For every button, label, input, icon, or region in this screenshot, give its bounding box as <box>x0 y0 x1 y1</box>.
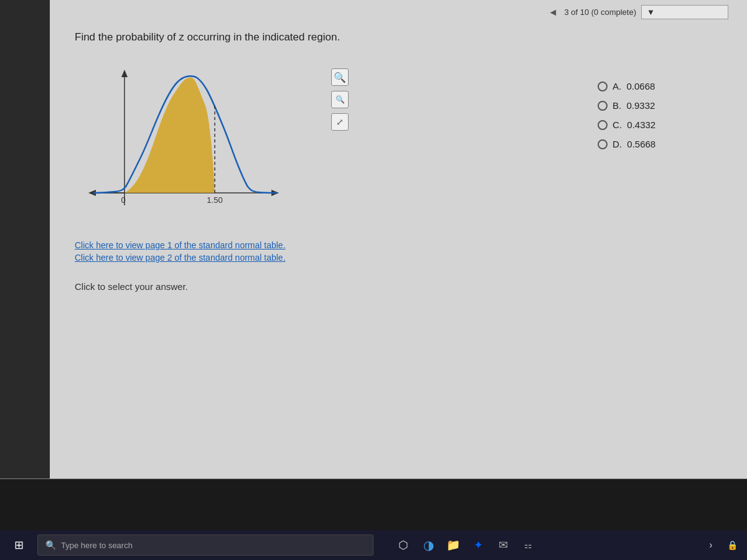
email-icon: ✉ <box>499 538 508 552</box>
table-link-page1[interactable]: Click here to view page 1 of the standar… <box>75 240 585 250</box>
dropdown-label: ▼ <box>647 7 655 17</box>
radio-a[interactable] <box>598 82 608 91</box>
radio-b[interactable] <box>598 101 608 111</box>
x-label-zero: 0 <box>121 195 125 205</box>
table-link-page2[interactable]: Click here to view page 2 of the standar… <box>75 253 585 263</box>
separator <box>0 478 747 479</box>
expand-button[interactable]: ⤢ <box>331 113 349 131</box>
main-content: ◄ 3 of 10 (0 complete) ▼ Find the probab… <box>50 0 747 479</box>
option-b[interactable]: B. 0.9332 <box>598 100 710 111</box>
edge-icon: ◑ <box>423 538 434 553</box>
email-button[interactable]: ✉ <box>492 534 514 556</box>
options-section: A. 0.0668 B. 0.9332 C. 0.4332 D. 0.5668 <box>598 56 722 292</box>
tray-lock[interactable]: 🔒 <box>723 536 741 554</box>
edge-button[interactable]: ◑ <box>417 534 439 556</box>
start-icon: ⊞ <box>14 538 24 552</box>
content-wrapper: 0 1.50 🔍 🔍 ⤢ <box>75 56 722 292</box>
search-icon: 🔍 <box>45 540 56 550</box>
start-button[interactable]: ⊞ <box>6 533 31 558</box>
file-explorer-icon: 📁 <box>446 538 460 552</box>
zoom-out-icon: 🔍 <box>336 95 345 104</box>
question-area: Find the probability of z occurring in t… <box>68 31 728 292</box>
option-b-label: B. 0.9332 <box>613 100 655 111</box>
app-grid-icon: ⚏ <box>524 540 532 550</box>
progress-status: 3 of 10 (0 complete) <box>564 7 636 17</box>
nav-dropdown[interactable]: ▼ <box>641 5 728 19</box>
option-d-label: D. 0.5668 <box>613 139 655 149</box>
tray-chevron[interactable]: › <box>702 536 720 554</box>
top-navigation: ◄ 3 of 10 (0 complete) ▼ <box>547 5 728 19</box>
dropbox-button[interactable]: ✦ <box>467 534 489 556</box>
graph-container: 0 1.50 🔍 🔍 ⤢ <box>75 56 311 230</box>
zoom-controls: 🔍 🔍 ⤢ <box>331 68 349 131</box>
expand-icon: ⤢ <box>336 117 344 127</box>
zoom-out-button[interactable]: 🔍 <box>331 91 349 108</box>
task-view-button[interactable]: ⬡ <box>392 534 415 556</box>
option-a[interactable]: A. 0.0668 <box>598 81 710 91</box>
file-explorer-button[interactable]: 📁 <box>442 534 464 556</box>
radio-d[interactable] <box>598 139 608 149</box>
option-c-label: C. 0.4332 <box>613 119 655 130</box>
svg-marker-1 <box>121 70 128 77</box>
left-section: 0 1.50 🔍 🔍 ⤢ <box>75 56 585 292</box>
option-d[interactable]: D. 0.5668 <box>598 139 710 149</box>
question-text: Find the probability of z occurring in t… <box>75 31 722 44</box>
table-links: Click here to view page 1 of the standar… <box>75 240 585 263</box>
left-strip <box>0 0 50 479</box>
back-arrow[interactable]: ◄ <box>547 6 559 19</box>
taskbar-tray: › 🔒 <box>702 536 741 554</box>
taskbar: ⊞ 🔍 Type here to search ⬡ ◑ 📁 ✦ ✉ ⚏ › <box>0 530 747 560</box>
app-grid-button[interactable]: ⚏ <box>517 534 539 556</box>
x-label-value: 1.50 <box>207 195 222 205</box>
search-bar[interactable]: 🔍 Type here to search <box>37 534 374 556</box>
zoom-in-button[interactable]: 🔍 <box>331 68 349 86</box>
dropbox-icon: ✦ <box>474 538 483 552</box>
task-view-icon: ⬡ <box>398 538 408 552</box>
lock-icon: 🔒 <box>727 540 738 550</box>
chevron-icon: › <box>709 539 712 551</box>
taskbar-center: ⬡ ◑ 📁 ✦ ✉ ⚏ <box>392 534 539 556</box>
answer-instruction: Click to select your answer. <box>75 281 585 292</box>
zoom-in-icon: 🔍 <box>334 72 346 83</box>
search-placeholder: Type here to search <box>61 541 133 550</box>
bell-curve-svg: 0 1.50 <box>75 56 311 230</box>
option-c[interactable]: C. 0.4332 <box>598 119 710 130</box>
option-a-label: A. 0.0668 <box>613 81 655 91</box>
radio-c[interactable] <box>598 120 608 130</box>
